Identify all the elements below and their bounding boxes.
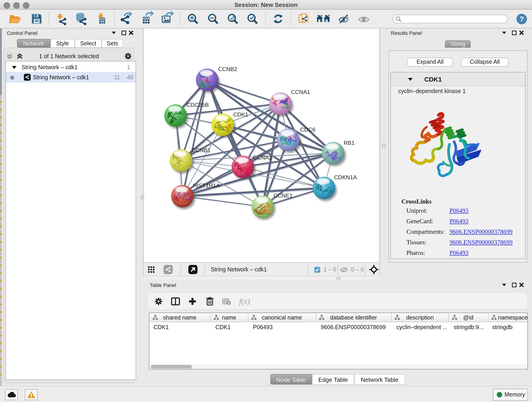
svg-text:CCNE1: CCNE1	[273, 192, 293, 199]
svg-text:CDKN1A: CDKN1A	[334, 174, 357, 180]
svg-text:CDC6: CDC6	[300, 127, 316, 133]
svg-text:f(x): f(x)	[239, 297, 250, 306]
svg-text:HIST1H1A: HIST1H1A	[193, 182, 220, 189]
svg-text:CDC25B: CDC25B	[186, 102, 209, 108]
svg-text:CCNA2: CCNA2	[253, 154, 272, 161]
svg-text:CCNB1: CCNB1	[191, 147, 210, 153]
svg-text:CCNB2: CCNB2	[218, 66, 237, 72]
svg-text:RB1: RB1	[344, 140, 355, 146]
svg-text:CCNA1: CCNA1	[291, 89, 310, 95]
svg-text:CDK1: CDK1	[233, 111, 248, 118]
